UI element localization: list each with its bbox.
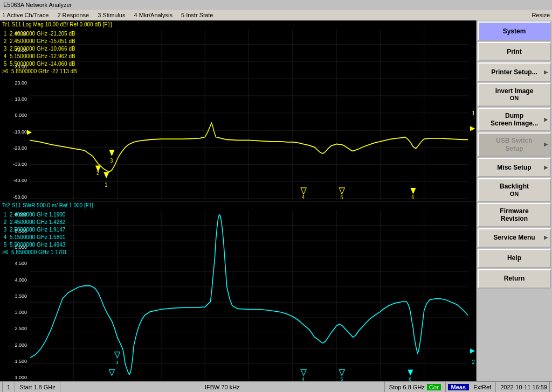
start-freq-segment: Start 1.8 GHz [15,382,60,392]
titlebar: E5063A Network Analyzer [0,0,552,10]
marker3-triangle [109,150,114,156]
sidebar-printer-setup-btn[interactable]: Printer Setup... ▶ [478,62,551,82]
marker1-label: 1 [105,181,108,188]
statusbar: 1 Start 1.8 GHz IFBW 70 kHz Stop 6.8 GHz… [0,381,552,392]
trace1-end-label: 1 [472,110,475,116]
svg-text:3: 3 [116,359,119,365]
marker4-tri-bottom [301,188,306,194]
trace2-header: Tr2 S11 SWR 500.0 m/ Ref 1.000 [F1] [0,201,476,209]
marker2-label: 2 [96,170,99,177]
extref-segment: ExtRef [469,382,496,392]
chart-area: Tr1 S11 Log Mag 10.00 dB/ Ref 0.000 dB [… [0,20,477,381]
t2-m4 [301,369,306,375]
t2-marker-bot [109,369,114,375]
menu-item-instr[interactable]: 5 Instr State [181,12,213,18]
sidebar-print-btn[interactable]: Print [478,42,551,61]
title-text: E5063A Network Analyzer [3,2,72,8]
trace1-markers: 1 2.4000000 GHz -21.205 dB 2 2.4500000 G… [2,30,77,75]
t2-m6 [408,369,413,375]
sidebar-service-btn[interactable]: Service Menu ▶ [478,228,551,248]
trace1-svg: 3 2 1 4 5 6 [30,29,468,201]
sidebar-misc-btn[interactable]: Misc Setup ▶ [478,158,551,177]
channel-segment: 1 [2,382,15,392]
ref-arrow: ▶ [27,128,32,136]
sidebar-invert-btn[interactable]: Invert Image ON [478,83,551,107]
stop-freq-segment: Stop 6.8 GHz Cor [385,382,446,392]
svg-text:6: 6 [409,376,411,381]
marker5-tri-bottom [339,188,344,194]
marker3-label: 3 [110,157,113,164]
svg-text:6: 6 [411,194,415,200]
sidebar-usb-btn[interactable]: USB Switch Setup ▶ [478,132,551,157]
sidebar-return-btn[interactable]: Return [478,269,551,289]
trace1-right-arrow: ▶ [470,124,475,132]
trace2-end-label: 2 [472,359,475,365]
meas-button[interactable]: Meas [448,384,470,390]
svg-text:5: 5 [340,194,343,200]
trace2-panel: Tr2 S11 SWR 500.0 m/ Ref 1.000 [F1] 6.00… [0,201,476,382]
marker6-tri-bottom [410,188,416,194]
ifbw-segment: IFBW 70 kHz [60,382,385,392]
svg-text:4: 4 [302,194,305,200]
trace2-svg: 3 4 5 6 [30,210,468,382]
sidebar-system-btn[interactable]: System [478,22,551,41]
t2-m5 [339,369,344,375]
sidebar-firmware-btn[interactable]: Firmware Revision [478,203,551,227]
cor-indicator: Cor [427,384,441,390]
sidebar: System Print Printer Setup... ▶ Invert I… [477,20,552,381]
menubar: 1 Active Ch/Trace 2 Response 3 Stimulus … [0,10,552,20]
menu-item-mkr[interactable]: 4 Mkr/Analysis [134,12,172,18]
trace1-header: Tr1 S11 Log Mag 10.00 dB/ Ref 0.000 dB [… [0,20,476,29]
datetime-segment: 2022-10-11 16:59 [496,382,550,392]
menu-item-stimulus[interactable]: 3 Stimulus [98,12,125,18]
menu-item-response[interactable]: 2 Response [57,12,89,18]
resize-button[interactable]: Resize [532,12,550,18]
svg-text:4: 4 [302,376,305,381]
trace2-right-arrow: ▶ [470,347,475,354]
menu-item-ch[interactable]: 1 Active Ch/Trace [2,12,49,18]
sidebar-dump-btn[interactable]: Dump Screen Image... ▶ [478,108,551,132]
main-layout: Tr1 S11 Log Mag 10.00 dB/ Ref 0.000 dB [… [0,20,552,381]
svg-text:5: 5 [340,376,343,381]
marker1-triangle [104,172,109,178]
sidebar-backlight-btn[interactable]: Backlight ON [478,178,551,202]
trace1-panel: Tr1 S11 Log Mag 10.00 dB/ Ref 0.000 dB [… [0,20,476,201]
sidebar-help-btn[interactable]: Help [478,249,551,268]
trace2-markers: 1 2.4000000 GHz 1.1900 2 2.4500000 GHz 1… [2,211,67,256]
